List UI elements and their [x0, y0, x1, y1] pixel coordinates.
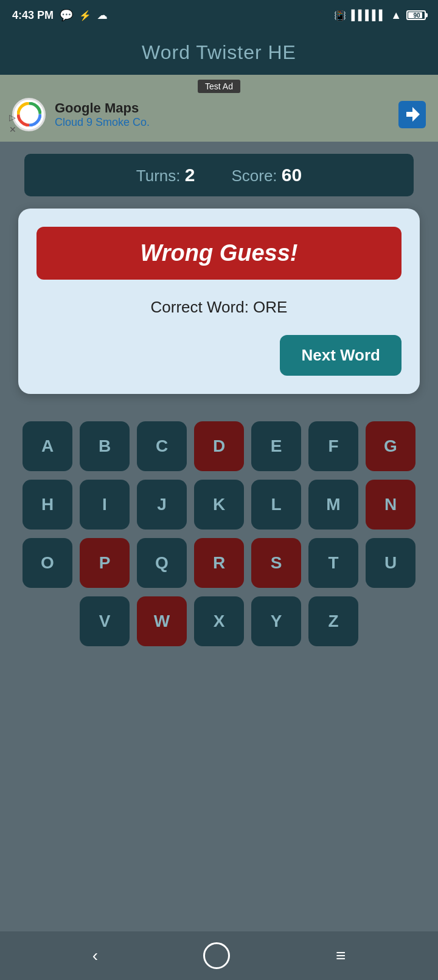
ad-navigation-icon[interactable]: [398, 101, 426, 128]
ad-logo: [12, 98, 46, 131]
key-U[interactable]: U: [366, 538, 415, 588]
status-icons: 📳 ▌▌▌▌▌ ▲ 90: [334, 9, 426, 22]
key-J[interactable]: J: [137, 480, 187, 530]
key-M[interactable]: M: [308, 480, 358, 530]
key-R[interactable]: R: [194, 538, 244, 588]
key-K[interactable]: K: [194, 480, 244, 530]
turns-label: Turns:: [136, 167, 181, 185]
cloud-icon: ☁: [97, 10, 107, 21]
ad-label: Test Ad: [198, 80, 240, 93]
key-A[interactable]: A: [23, 421, 72, 471]
title-bar: Word Twister HE: [0, 30, 438, 75]
key-S[interactable]: S: [251, 538, 301, 588]
keyboard: A B C D E F G H I J K L M N O P Q R S T …: [0, 406, 438, 670]
turns-display: Turns: 2: [136, 165, 195, 185]
score-label: Score:: [231, 167, 277, 185]
key-V[interactable]: V: [80, 596, 130, 646]
key-G[interactable]: G: [366, 421, 415, 471]
app-title: Word Twister HE: [0, 41, 438, 64]
key-L[interactable]: L: [251, 480, 301, 530]
whatsapp-icon: 💬: [60, 9, 73, 22]
ad-controls[interactable]: ▷ ✕: [9, 112, 16, 134]
battery-icon: 90: [406, 10, 426, 20]
nav-bar: ‹ ≡: [0, 931, 438, 980]
back-button[interactable]: ‹: [86, 940, 104, 971]
dialog-footer: Next Word: [36, 335, 401, 376]
turns-value: 2: [185, 165, 195, 185]
key-H[interactable]: H: [23, 480, 72, 530]
ad-play-btn[interactable]: ▷: [9, 112, 16, 122]
next-word-button[interactable]: Next Word: [280, 335, 401, 376]
key-X[interactable]: X: [194, 596, 244, 646]
wrong-guess-title: Wrong Guess!: [50, 240, 388, 266]
keyboard-row-1: A B C D E F G: [12, 421, 426, 471]
usb-icon: ⚡: [79, 10, 91, 21]
key-E[interactable]: E: [251, 421, 301, 471]
ad-company: Google Maps: [55, 100, 389, 116]
time-text: 4:43 PM: [12, 9, 54, 22]
wifi-icon: ▲: [391, 9, 401, 22]
menu-button[interactable]: ≡: [330, 940, 352, 971]
key-W[interactable]: W: [137, 596, 187, 646]
key-D[interactable]: D: [194, 421, 244, 471]
score-value: 60: [282, 165, 302, 185]
key-B[interactable]: B: [80, 421, 130, 471]
score-display: Score: 60: [231, 165, 302, 185]
score-bar: Turns: 2 Score: 60: [24, 154, 414, 196]
home-button[interactable]: [203, 942, 230, 969]
wrong-guess-banner: Wrong Guess!: [36, 227, 401, 280]
key-T[interactable]: T: [308, 538, 358, 588]
key-C[interactable]: C: [137, 421, 187, 471]
ad-banner[interactable]: Test Ad Google Maps Cloud 9 Smoke Co. ▷ …: [0, 75, 438, 142]
ad-close-btn[interactable]: ✕: [9, 125, 16, 134]
keyboard-row-4: V W X Y Z: [12, 596, 426, 646]
key-F[interactable]: F: [308, 421, 358, 471]
correct-word-display: Correct Word: ORE: [36, 298, 401, 317]
status-bar: 4:43 PM 💬 ⚡ ☁ 📳 ▌▌▌▌▌ ▲ 90: [0, 0, 438, 30]
result-dialog: Wrong Guess! Correct Word: ORE Next Word: [18, 209, 420, 394]
key-P[interactable]: P: [80, 538, 130, 588]
keyboard-row-2: H I J K L M N: [12, 480, 426, 530]
key-Q[interactable]: Q: [137, 538, 187, 588]
vibrate-icon: 📳: [334, 10, 346, 21]
key-N[interactable]: N: [366, 480, 415, 530]
key-I[interactable]: I: [80, 480, 130, 530]
key-Z[interactable]: Z: [308, 596, 358, 646]
key-Y[interactable]: Y: [251, 596, 301, 646]
keyboard-row-3: O P Q R S T U: [12, 538, 426, 588]
signal-icon: ▌▌▌▌▌: [351, 10, 386, 21]
status-time: 4:43 PM 💬 ⚡ ☁: [12, 9, 107, 22]
key-O[interactable]: O: [23, 538, 72, 588]
ad-content: Google Maps Cloud 9 Smoke Co.: [55, 100, 389, 129]
ad-subtitle: Cloud 9 Smoke Co.: [55, 116, 389, 129]
